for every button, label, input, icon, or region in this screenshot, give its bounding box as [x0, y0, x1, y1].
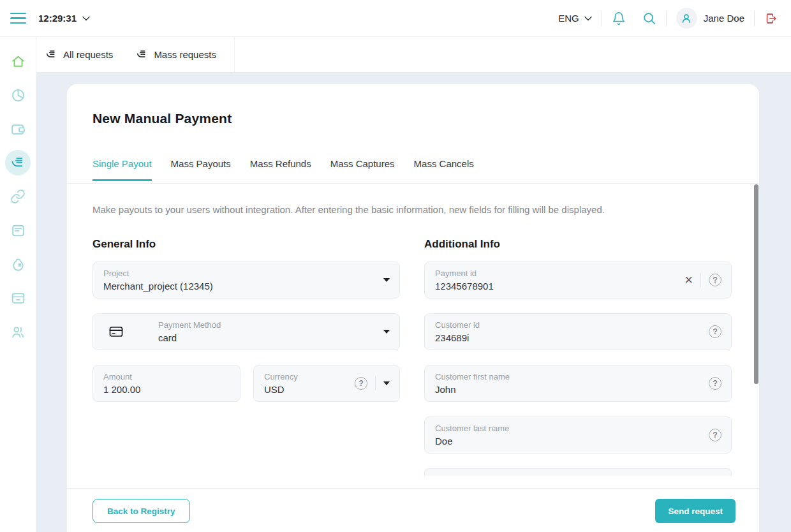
scrollbar[interactable]: [754, 184, 758, 384]
sidebar-item-wallet[interactable]: [5, 116, 31, 142]
divider: [666, 11, 667, 26]
chevron-down-icon: [82, 16, 90, 21]
language-select[interactable]: ENG: [558, 13, 592, 24]
search-icon[interactable]: [642, 11, 656, 26]
divider: [234, 37, 235, 72]
tab-mass-cancels[interactable]: Mass Cancels: [414, 158, 474, 181]
clear-icon[interactable]: ×: [684, 274, 693, 286]
sidebar-item-integrations[interactable]: [5, 184, 31, 209]
divider: [754, 11, 755, 26]
divider: [602, 11, 602, 26]
logout-icon[interactable]: [764, 11, 778, 26]
field-value: 12345678901: [435, 280, 684, 292]
field-label: Payment Method: [158, 320, 383, 330]
users-icon: [10, 324, 26, 340]
divider: [375, 376, 376, 390]
field-value: card: [158, 332, 383, 344]
language-value: ENG: [558, 13, 579, 24]
card-box-icon: [10, 290, 26, 306]
tab-mass-captures[interactable]: Mass Captures: [330, 158, 395, 181]
top-bar: 12:29:31 ENG Jane Doe: [0, 0, 791, 37]
sidebar-item-home[interactable]: [5, 48, 31, 74]
section-title: Additional Info: [424, 238, 732, 251]
payment-method-select[interactable]: Payment Method card: [92, 313, 400, 350]
section-title: General Info: [92, 238, 400, 251]
field-value: USD: [264, 383, 355, 395]
customer-first-name-input[interactable]: Customer first name John ?: [424, 365, 732, 402]
tab-mass-refunds[interactable]: Mass Refunds: [250, 158, 311, 181]
field-label: Customer first name: [435, 371, 709, 382]
form-scroll-area: Make payouts to your users without integ…: [67, 184, 759, 488]
home-icon: [10, 54, 26, 70]
field-value: 234689i: [435, 332, 709, 344]
sidebar-item-reports[interactable]: [5, 218, 31, 243]
topbar-actions: ENG Jane Doe: [558, 8, 791, 29]
customer-last-name-input[interactable]: Customer last name Doe ?: [424, 417, 732, 454]
tab-label: Mass requests: [154, 49, 216, 60]
back-to-registry-button[interactable]: Back to Registry: [92, 499, 190, 523]
chevron-down-icon[interactable]: [383, 381, 390, 385]
general-info-section: General Info Project Merchant_project (1…: [92, 238, 400, 476]
tab-all-requests[interactable]: All requests: [45, 48, 113, 61]
tab-mass-payouts[interactable]: Mass Payouts: [171, 158, 231, 181]
tab-label: All requests: [63, 49, 113, 60]
form-footer: Back to Registry Send request: [67, 488, 759, 532]
menu-icon[interactable]: [10, 13, 26, 24]
help-icon[interactable]: ?: [709, 377, 721, 390]
sidebar-item-balance[interactable]: [5, 251, 31, 277]
field-label: Customer id: [435, 320, 709, 330]
wallet-icon: [10, 121, 26, 137]
additional-field-partial[interactable]: [424, 468, 732, 476]
timer-value: 12:29:31: [38, 13, 77, 24]
payment-id-input[interactable]: Payment id 12345678901 × ?: [424, 262, 732, 299]
field-value: 1 200.00: [103, 383, 230, 395]
sidebar-item-customers[interactable]: [5, 319, 31, 344]
project-select[interactable]: Project Merchant_project (12345): [92, 262, 400, 299]
requests-icon: [136, 48, 148, 61]
help-icon[interactable]: ?: [709, 325, 721, 338]
pie-chart-icon: [10, 87, 26, 103]
sidebar-item-payouts[interactable]: [5, 150, 31, 175]
page-title: New Manual Payment: [92, 111, 232, 126]
field-label: Currency: [264, 371, 355, 382]
tab-single-payout[interactable]: Single Payout: [92, 158, 152, 181]
user-name: Jane Doe: [704, 13, 744, 24]
new-manual-payment-card: New Manual Payment Single Payout Mass Pa…: [67, 84, 759, 532]
form-description: Make payouts to your users without integ…: [92, 204, 734, 215]
credit-card-icon: [108, 324, 124, 339]
field-value: John: [435, 383, 709, 395]
avatar[interactable]: [676, 8, 697, 29]
main-content: New Manual Payment Single Payout Mass Pa…: [36, 73, 791, 532]
field-label: Customer last name: [435, 423, 709, 434]
sidebar-item-terminals[interactable]: [5, 285, 31, 311]
session-timer[interactable]: 12:29:31: [38, 13, 90, 24]
help-icon[interactable]: ?: [709, 274, 721, 286]
requests-nav: All requests Mass requests: [36, 37, 791, 73]
sidebar-item-analytics[interactable]: [5, 82, 31, 108]
customer-id-input[interactable]: Customer id 234689i ?: [424, 313, 732, 350]
additional-info-section: Additional Info Payment id 12345678901 ×…: [424, 238, 732, 476]
field-label: Payment id: [435, 268, 684, 279]
help-icon[interactable]: ?: [709, 429, 721, 441]
tab-mass-requests[interactable]: Mass requests: [136, 48, 216, 61]
send-request-button[interactable]: Send request: [655, 499, 736, 523]
field-value: Doe: [435, 435, 709, 447]
user-icon: [680, 12, 693, 25]
field-label: Amount: [103, 371, 230, 382]
chevron-down-icon: [584, 16, 592, 21]
sidebar: [0, 37, 36, 532]
chevron-down-icon[interactable]: [383, 330, 390, 334]
payout-tabs: Single Payout Mass Payouts Mass Refunds …: [92, 158, 474, 181]
help-icon[interactable]: ?: [355, 377, 367, 390]
link-icon: [10, 189, 26, 204]
field-label: Project: [103, 268, 383, 279]
money-bag-icon: [10, 256, 26, 272]
notifications-icon[interactable]: [612, 11, 626, 26]
document-icon: [10, 223, 26, 239]
amount-input[interactable]: Amount 1 200.00: [92, 365, 240, 402]
currency-select[interactable]: Currency USD ?: [253, 365, 400, 402]
payout-hand-icon: [10, 155, 26, 171]
chevron-down-icon[interactable]: [383, 278, 390, 282]
field-value: Merchant_project (12345): [103, 280, 383, 292]
requests-icon: [45, 48, 57, 61]
